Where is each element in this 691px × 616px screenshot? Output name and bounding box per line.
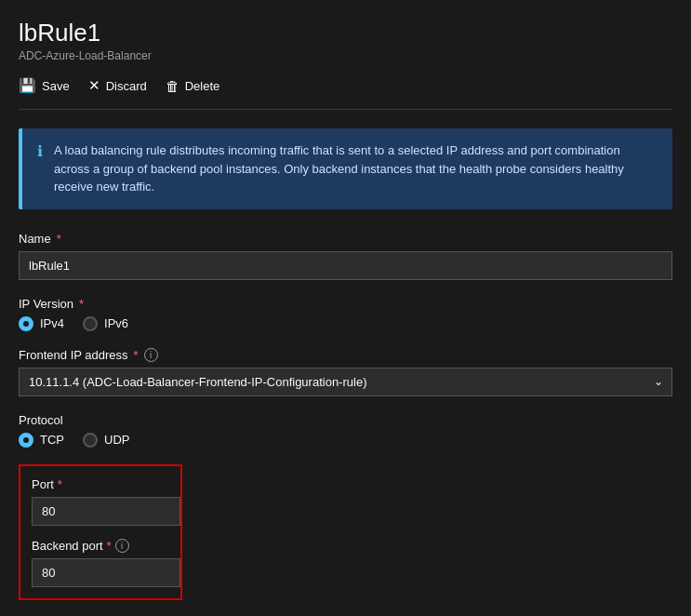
frontend-ip-group: Frontend IP address * i 10.11.1.4 (ADC-L…: [19, 348, 672, 396]
name-input[interactable]: [19, 251, 672, 280]
info-banner-text: A load balancing rule distributes incomi…: [54, 141, 658, 196]
save-icon: 💾: [19, 77, 36, 94]
frontend-ip-required-star: *: [134, 348, 139, 362]
info-banner: ℹ A load balancing rule distributes inco…: [19, 128, 672, 209]
ipv6-option[interactable]: IPv6: [83, 316, 128, 331]
delete-label: Delete: [185, 79, 220, 93]
frontend-ip-info-icon[interactable]: i: [144, 348, 158, 362]
name-field-group: Name *: [19, 232, 672, 280]
port-label-row: Port *: [32, 477, 169, 491]
backend-port-input[interactable]: [32, 558, 180, 587]
tcp-radio[interactable]: [19, 433, 33, 448]
protocol-group: Protocol TCP UDP: [19, 413, 672, 448]
ipv4-radio[interactable]: [19, 316, 33, 331]
backend-port-info-icon[interactable]: i: [115, 539, 129, 553]
delete-button[interactable]: 🗑 Delete: [166, 78, 220, 94]
name-required-star: *: [57, 232, 61, 246]
save-button[interactable]: 💾 Save: [19, 77, 70, 94]
discard-button[interactable]: ✕ Discard: [88, 77, 147, 94]
ip-version-required-star: *: [79, 297, 84, 311]
udp-option[interactable]: UDP: [83, 433, 129, 448]
name-label: Name *: [19, 232, 672, 246]
page-title: lbRule1: [19, 19, 672, 47]
protocol-radio-group: TCP UDP: [19, 433, 672, 448]
discard-label: Discard: [106, 79, 147, 93]
tcp-option[interactable]: TCP: [19, 433, 64, 448]
ipv4-option[interactable]: IPv4: [19, 316, 64, 331]
udp-radio[interactable]: [83, 433, 98, 448]
frontend-ip-label: Frontend IP address * i: [19, 348, 672, 362]
port-required-star: *: [58, 477, 62, 491]
backend-port-group: Backend port * i: [32, 539, 169, 587]
port-label: Port: [32, 477, 54, 491]
delete-icon: 🗑: [166, 78, 179, 94]
frontend-ip-select-wrapper: 10.11.1.4 (ADC-Load-Balancer-Frontend-IP…: [19, 368, 672, 396]
page-subtitle: ADC-Azure-Load-Balancer: [19, 49, 672, 62]
frontend-ip-select[interactable]: 10.11.1.4 (ADC-Load-Balancer-Frontend-IP…: [19, 368, 672, 396]
backend-port-required-star: *: [107, 539, 112, 553]
ip-version-radio-group: IPv4 IPv6: [19, 316, 672, 331]
ipv6-label: IPv6: [104, 316, 128, 330]
port-input[interactable]: [32, 497, 180, 526]
port-highlight-section: Port * Backend port * i: [19, 464, 182, 600]
tcp-label: TCP: [40, 433, 64, 447]
toolbar: 💾 Save ✕ Discard 🗑 Delete: [19, 77, 672, 110]
ip-version-group: IP Version * IPv4 IPv6: [19, 297, 672, 331]
save-label: Save: [42, 79, 70, 93]
protocol-label: Protocol: [19, 413, 672, 427]
udp-label: UDP: [104, 433, 129, 447]
port-group: Port *: [32, 477, 169, 526]
discard-icon: ✕: [88, 77, 100, 94]
ipv4-label: IPv4: [40, 316, 64, 330]
info-icon: ℹ: [37, 142, 43, 160]
ipv6-radio[interactable]: [83, 316, 98, 331]
backend-port-label-row: Backend port * i: [32, 539, 169, 553]
backend-port-label: Backend port: [32, 539, 103, 553]
ip-version-label: IP Version *: [19, 297, 672, 311]
